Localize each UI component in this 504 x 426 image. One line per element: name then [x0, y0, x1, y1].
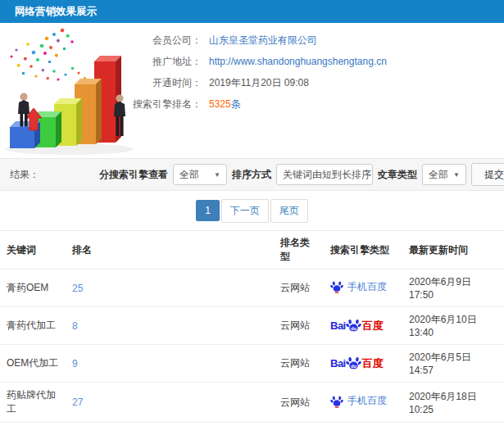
- engine-name: 手机百度: [347, 280, 387, 294]
- sort-select-value: 关键词由短到长排序: [283, 168, 371, 182]
- article-type-label: 文章类型: [378, 168, 417, 182]
- rank-count-unit: 条: [231, 98, 241, 110]
- submit-button[interactable]: 提交: [471, 163, 504, 186]
- update-time-cell: 2020年6月10日 13:40: [402, 307, 504, 345]
- engine-filter-label: 分搜索引擎查看: [99, 168, 168, 182]
- field-open-time: 开通时间： 2019年11月20日 09:08: [129, 77, 504, 89]
- table-row: 膏药OEM 25 云网站 手机百度: [0, 270, 504, 307]
- table-row: 膏药代加工 8 云网站 Bai du: [0, 307, 504, 345]
- engine-select-value: 全部: [179, 168, 199, 182]
- member-company-link[interactable]: 山东皇圣堂药业有限公司: [209, 34, 317, 46]
- col-rank-type: 排名类型: [274, 231, 324, 270]
- svg-text:du: du: [351, 364, 357, 369]
- rank-type-cell: 云网站: [274, 383, 324, 423]
- results-label: 结果：: [10, 168, 39, 182]
- mobile-baidu-badge: 手机百度: [330, 394, 387, 408]
- promotion-url-label: 推广地址：: [129, 56, 202, 68]
- keyword-cell: 北京膏药贴牌: [0, 423, 66, 426]
- baidu-paw-icon: [330, 395, 343, 408]
- page-button-last[interactable]: 尾页: [270, 199, 308, 223]
- update-time-cell: 2020年6月5日 14:57: [402, 345, 504, 383]
- baidu-paw-icon: du: [346, 318, 361, 333]
- mobile-baidu-badge: 手机百度: [330, 280, 387, 294]
- search-engine-rank-value: 5325条: [209, 98, 241, 111]
- rank-type-cell: 云网站: [274, 307, 324, 345]
- keyword-cell: OEM代加工: [0, 345, 66, 383]
- baidu-logo: Bai du 百度: [330, 318, 384, 333]
- rank-type-cell: 云网站: [274, 345, 324, 383]
- engine-select[interactable]: 全部 ▼: [173, 164, 227, 185]
- article-type-select-value: 全部: [429, 168, 448, 182]
- pagination: 1 下一页 尾页: [0, 191, 504, 230]
- rank-link[interactable]: 9: [72, 358, 78, 369]
- member-company-label: 会员公司：: [129, 34, 202, 47]
- svg-text:du: du: [351, 326, 357, 331]
- sort-filter-label: 排序方式: [232, 168, 271, 182]
- rank-count: 5325: [209, 98, 231, 110]
- chevron-down-icon: ▼: [453, 171, 460, 179]
- baidu-paw-icon: du: [346, 356, 361, 371]
- app-header: 网络营销效果展示: [0, 0, 504, 23]
- chevron-down-icon: ▼: [214, 171, 220, 179]
- table-row: 北京膏药贴牌 1 云网站 Bai du: [0, 423, 504, 426]
- rank-link[interactable]: 25: [72, 283, 83, 294]
- table-header-row: 关键词 排名 排名类型 搜索引擎类型 最新更新时间: [0, 231, 504, 270]
- baidu-paw-icon: [330, 280, 343, 293]
- keyword-cell: 膏药代加工: [0, 307, 66, 345]
- search-engine-rank-label: 搜索引擎排名：: [129, 98, 202, 111]
- rank-link[interactable]: 27: [72, 397, 83, 408]
- field-search-engine-rank: 搜索引擎排名： 5325条: [129, 98, 504, 111]
- col-rank: 排名: [66, 231, 274, 270]
- keyword-cell: 药贴牌代加工: [0, 383, 66, 423]
- article-type-select[interactable]: 全部 ▼: [422, 164, 466, 185]
- promotion-url-link[interactable]: http://www.shandonghuangshengtang.cn: [209, 56, 387, 67]
- filter-bar: 结果： 分搜索引擎查看 全部 ▼ 排序方式 关键词由短到长排序 ▼ 文章类型 全…: [0, 158, 504, 191]
- keyword-cell: 膏药OEM: [0, 270, 66, 307]
- confetti-dots: [10, 28, 90, 83]
- engine-name: 手机百度: [347, 394, 387, 408]
- page-title: 网络营销效果展示: [15, 6, 97, 17]
- baidu-logo: Bai du 百度: [330, 356, 384, 371]
- table-row: OEM代加工 9 云网站 Bai du: [0, 345, 504, 383]
- keyword-results-table: 关键词 排名 排名类型 搜索引擎类型 最新更新时间 膏药OEM 25 云网站: [0, 230, 504, 426]
- update-time-cell: 2020年6月11日 11:18: [402, 423, 504, 426]
- col-updated: 最新更新时间: [402, 231, 504, 270]
- open-time-value: 2019年11月20日 09:08: [209, 77, 309, 89]
- col-keyword: 关键词: [0, 231, 66, 270]
- page-button-current[interactable]: 1: [196, 200, 220, 221]
- table-row: 药贴牌代加工 27 云网站 手机百度: [0, 383, 504, 423]
- rank-link[interactable]: 8: [72, 320, 78, 332]
- update-time-cell: 2020年6月9日 17:50: [402, 270, 504, 307]
- member-info-fields: 会员公司： 山东皇圣堂药业有限公司 推广地址： http://www.shand…: [129, 23, 504, 120]
- open-time-label: 开通时间：: [129, 77, 202, 89]
- sort-select[interactable]: 关键词由短到长排序 ▼: [276, 164, 373, 185]
- field-promotion-url: 推广地址： http://www.shandonghuangshengtang.…: [129, 56, 504, 68]
- page-button-next[interactable]: 下一页: [221, 199, 269, 223]
- member-info-section: 会员公司： 山东皇圣堂药业有限公司 推广地址： http://www.shand…: [0, 23, 504, 158]
- page: 网络营销效果展示: [0, 0, 504, 426]
- rank-type-cell: 云网站: [274, 423, 324, 426]
- rank-type-cell: 云网站: [274, 270, 324, 307]
- col-engine-type: 搜索引擎类型: [324, 231, 402, 270]
- update-time-cell: 2020年6月18日 10:25: [402, 383, 504, 423]
- filter-controls: 分搜索引擎查看 全部 ▼ 排序方式 关键词由短到长排序 ▼ 文章类型 全部 ▼ …: [99, 163, 504, 186]
- field-member-company: 会员公司： 山东皇圣堂药业有限公司: [129, 34, 504, 47]
